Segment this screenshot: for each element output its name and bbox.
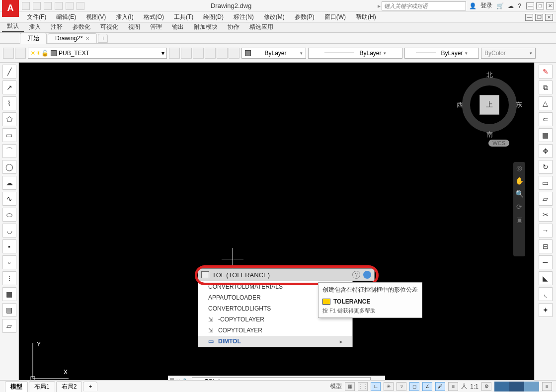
layer-lock-icon[interactable] [205,48,216,59]
viewcube[interactable]: 上 北 南 西 东 [460,73,519,137]
menu-modify[interactable]: 修改(M) [259,13,290,21]
drawing-canvas[interactable]: 上 北 南 西 东 WCS ◎ ✋ 🔍 ⟳ ▣ Y X [19,63,534,387]
help-search-input[interactable] [382,1,466,10]
gradient-tool-icon[interactable]: ▤ [2,303,16,317]
linetype-dropdown[interactable]: ByLayer▾ [308,48,402,59]
nav-showmotion-icon[interactable]: ▣ [516,216,523,224]
layer-states-icon[interactable] [15,48,26,59]
ribbon-tab-annotate[interactable]: 注释 [46,22,68,32]
close-button[interactable]: ✕ [546,2,554,9]
scale-tool-icon[interactable]: ▭ [539,176,553,190]
layout-tab-model[interactable]: 模型 [5,381,28,392]
ellipse-arc-tool-icon[interactable]: ◡ [2,224,16,237]
layer-dropdown[interactable]: ☀☀ 🔓 PUB_TEXT ▾ [28,48,167,59]
dyn-toggle-icon[interactable]: 🖌 [435,382,445,391]
fillet-tool-icon[interactable]: ◟ [539,287,553,301]
rotate-tool-icon[interactable]: ↻ [539,160,553,174]
ellipse-tool-icon[interactable]: ⬭ [2,208,16,222]
revcloud-tool-icon[interactable]: ☁ [2,176,16,190]
move-tool-icon[interactable]: ✥ [539,144,553,158]
layout-tab-1[interactable]: 布局1 [29,381,55,392]
lineweight-dropdown[interactable]: ByLayer▾ [404,48,479,59]
ribbon-tab-insert[interactable]: 插入 [24,22,46,32]
ribbon-tab-output[interactable]: 输出 [167,22,189,32]
chamfer-tool-icon[interactable]: ◣ [539,271,553,285]
signin-label[interactable]: 登录 [480,1,492,10]
menu-dimension[interactable]: 标注(N) [229,13,259,21]
undo-icon[interactable] [66,2,74,10]
osnap-toggle-icon[interactable]: ◻ [409,382,419,391]
redo-icon[interactable] [77,2,84,10]
menu-file[interactable]: 文件(F) [22,13,51,21]
doc-tab-active[interactable]: Drawing2*✕ [48,33,97,43]
nav-wheel-icon[interactable]: ◎ [516,164,522,172]
wcs-badge[interactable]: WCS [488,140,509,147]
autocomplete-item[interactable]: ⇲COPYTOLAYER [198,325,352,336]
otrack-toggle-icon[interactable]: ∠ [422,382,432,391]
maximize-button[interactable]: □ [536,2,544,9]
layer-prev-icon[interactable] [229,48,239,59]
viewcube-top[interactable]: 上 [479,95,499,115]
hatch-tool-icon[interactable]: ▦ [2,287,16,301]
autocomplete-item-dimtol[interactable]: ▭DIMTOL ▸ [198,336,352,347]
ribbon-tab-addins[interactable]: 附加模块 [189,22,223,32]
ribbon-tab-parametric[interactable]: 参数化 [68,22,95,32]
menu-view[interactable]: 视图(V) [81,13,111,21]
plotstyle-dropdown[interactable]: ByColor▾ [481,48,536,59]
circle-tool-icon[interactable]: ◯ [2,160,16,174]
layer-iso-icon[interactable] [169,48,180,59]
polyline-tool-icon[interactable]: ⌇ [2,96,16,110]
layer-match-icon[interactable] [217,48,228,59]
ribbon-tab-manage[interactable]: 管理 [145,22,167,32]
menu-format[interactable]: 格式(O) [139,13,169,21]
break-tool-icon[interactable]: ⊟ [539,239,553,253]
add-layout-button[interactable]: + [83,382,97,391]
menu-draw[interactable]: 绘图(D) [198,13,229,21]
lwt-toggle-icon[interactable]: ≡ [448,382,458,391]
status-model-label[interactable]: 模型 [330,382,342,391]
signin-icon[interactable]: 👤 [469,2,477,9]
viewcube-east[interactable]: 东 [516,100,522,109]
help-icon[interactable]: ? [352,271,360,279]
polar-toggle-icon[interactable]: ✳ [384,382,394,391]
join-tool-icon[interactable]: ─ [539,255,553,269]
extend-tool-icon[interactable]: → [539,224,553,237]
layer-off-icon[interactable] [181,48,192,59]
menu-tools[interactable]: 工具(T) [169,13,198,21]
menu-edit[interactable]: 编辑(E) [51,13,81,21]
app-menu-icon[interactable]: ☁ [508,2,514,9]
line-tool-icon[interactable]: ╱ [2,65,16,78]
spline-tool-icon[interactable]: ∿ [2,192,16,206]
gear-icon[interactable]: ⚙ [481,382,491,391]
block-tool-icon[interactable]: ▪ [2,239,16,253]
plot-icon[interactable] [55,2,63,10]
menu-parametric[interactable]: 参数(P) [290,13,319,21]
viewcube-north[interactable]: 北 [486,71,493,79]
offset-tool-icon[interactable]: ⊂ [539,112,553,126]
close-tab-icon[interactable]: ✕ [85,36,89,41]
viewcube-west[interactable]: 西 [457,100,463,109]
globe-search-icon[interactable] [363,271,371,279]
ribbon-tab-view[interactable]: 视图 [123,22,145,32]
stretch-tool-icon[interactable]: ▱ [539,192,553,206]
menu-insert[interactable]: 插入(I) [111,13,138,21]
ribbon-tab-featured[interactable]: 精选应用 [244,22,278,32]
doc-restore-button[interactable]: ❐ [535,14,543,21]
ray-tool-icon[interactable]: ↗ [2,80,16,94]
mirror-tool-icon[interactable]: △ [539,96,553,110]
polygon-tool-icon[interactable]: ⬠ [2,112,16,126]
autocomplete-main-row[interactable]: TOL (TOLERANCE) ? [198,268,375,281]
nav-zoom-icon[interactable]: 🔍 [515,190,524,198]
layer-properties-icon[interactable] [3,48,14,59]
trim-tool-icon[interactable]: ✂ [539,208,553,222]
layer-freeze-icon[interactable] [193,48,204,59]
color-dropdown[interactable]: ByLayer▾ [241,48,306,59]
scale-label[interactable]: 1:1 [470,383,478,390]
grid-toggle-icon[interactable]: ▦ [345,382,355,391]
iso-toggle-icon[interactable]: ▿ [397,382,406,391]
arc-tool-icon[interactable]: ⌒ [2,144,16,158]
ribbon-tab-collab[interactable]: 协作 [223,22,244,32]
insert-tool-icon[interactable]: ▫ [2,255,16,269]
snap-toggle-icon[interactable]: ⋮⋮ [358,382,368,391]
region-tool-icon[interactable]: ▱ [2,319,16,333]
